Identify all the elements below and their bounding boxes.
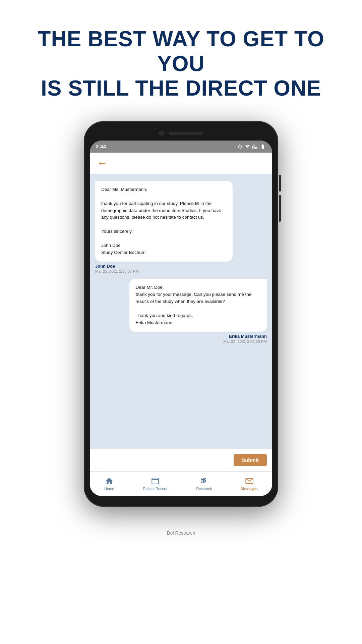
bottom-nav: Home Patient Record Research — [90, 471, 272, 496]
phone-screen: 2:44 ← — [90, 141, 272, 496]
speaker-bar — [169, 132, 203, 135]
submit-button[interactable]: Submit — [234, 454, 267, 466]
phone-wrapper: 2:44 ← — [0, 114, 362, 527]
message-block-sent: Dear Mr. Doe, thank you for your message… — [95, 279, 267, 343]
svg-rect-0 — [152, 478, 159, 484]
nav-label-home: Home — [104, 487, 114, 491]
battery-icon — [259, 144, 266, 149]
phone-frame: 2:44 ← — [84, 121, 278, 507]
nav-label-research: Research — [196, 487, 212, 491]
messages-icon — [245, 477, 254, 485]
volume-down-button — [279, 195, 281, 222]
volume-up-button — [279, 175, 281, 192]
timestamp-sent: Mar 23, 2021 2:42:30 PM — [223, 339, 267, 343]
sender-name-received: John Doe — [95, 264, 115, 269]
status-time: 2:44 — [96, 144, 106, 149]
back-button[interactable]: ← — [97, 158, 107, 168]
wifi-icon — [245, 144, 250, 149]
sync-icon — [237, 144, 243, 149]
research-icon — [200, 477, 208, 485]
patient-record-icon — [151, 477, 160, 485]
messages-area: Dear Ms. Mustermann, thank you for parti… — [90, 174, 272, 449]
page-header: THE BEST WAY TO GET TO YOU IS STILL THE … — [0, 0, 362, 114]
message-block-received: Dear Ms. Mustermann, thank you for parti… — [95, 181, 267, 273]
nav-item-messages[interactable]: Messages — [241, 477, 258, 491]
app-header: ← — [90, 153, 272, 174]
nav-label-messages: Messages — [241, 487, 258, 491]
sender-name-sent: Erika Mustermann — [229, 334, 267, 339]
message-input[interactable] — [95, 453, 230, 467]
phone-top-bar — [90, 127, 272, 139]
nav-item-research[interactable]: Research — [196, 477, 212, 491]
home-icon — [105, 477, 114, 485]
bubble-sent: Dear Mr. Doe, thank you for your message… — [129, 279, 267, 332]
bubble-received: Dear Ms. Mustermann, thank you for parti… — [95, 181, 233, 262]
input-area: Submit — [90, 449, 272, 471]
nav-label-patient-record: Patient Record — [143, 487, 168, 491]
nav-item-home[interactable]: Home — [104, 477, 114, 491]
watermark: Dol Research — [0, 527, 362, 542]
nav-item-patient-record[interactable]: Patient Record — [143, 477, 168, 491]
signal-icon — [252, 144, 257, 149]
camera-dot — [159, 131, 164, 136]
timestamp-received: Mar 23, 2021 2:38:07 PM — [95, 269, 139, 273]
status-bar: 2:44 — [90, 141, 272, 153]
headline: THE BEST WAY TO GET TO YOU IS STILL THE … — [27, 27, 335, 101]
status-icons — [237, 144, 266, 149]
